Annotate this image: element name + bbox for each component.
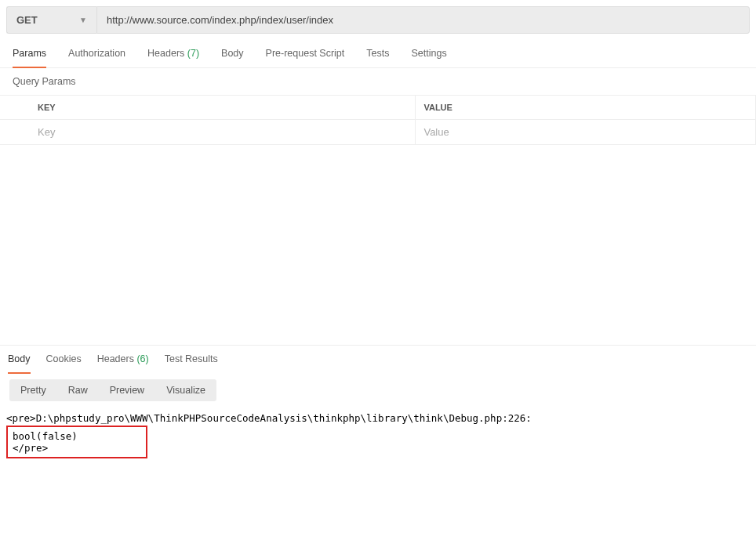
value-cell[interactable]: Value: [416, 120, 756, 145]
response-tab-headers[interactable]: Headers (6): [97, 346, 149, 374]
response-tab-headers-label: Headers: [97, 353, 134, 364]
tab-authorization[interactable]: Authorization: [68, 40, 125, 68]
highlighted-output: bool(false) </pre>: [6, 426, 147, 458]
http-method-label: GET: [16, 14, 38, 26]
query-params-table: KEY VALUE Key Value: [0, 95, 756, 145]
response-line-3: </pre>: [13, 442, 48, 454]
response-line-2: bool(false): [13, 430, 78, 442]
http-method-select[interactable]: GET ▼: [6, 6, 96, 34]
response-headers-count: (6): [136, 353, 148, 364]
response-tab-test-results[interactable]: Test Results: [165, 346, 218, 374]
table-row[interactable]: Key Value: [0, 120, 756, 145]
tab-settings[interactable]: Settings: [411, 40, 446, 68]
view-raw[interactable]: Raw: [57, 379, 99, 401]
url-input[interactable]: [96, 6, 750, 34]
tab-tests[interactable]: Tests: [366, 40, 389, 68]
key-header: KEY: [0, 96, 416, 120]
headers-count: (7): [187, 48, 199, 59]
tab-headers-label: Headers: [147, 48, 184, 59]
tab-headers[interactable]: Headers (7): [147, 40, 199, 68]
view-visualize[interactable]: Visualize: [155, 379, 216, 401]
response-tab-cookies[interactable]: Cookies: [46, 346, 82, 374]
query-params-label: Query Params: [0, 68, 756, 95]
view-pretty[interactable]: Pretty: [9, 379, 57, 401]
tab-params[interactable]: Params: [13, 40, 46, 68]
tab-prerequest[interactable]: Pre-request Script: [266, 40, 345, 68]
key-cell[interactable]: Key: [0, 120, 416, 145]
response-body: <pre>D:\phpstudy_pro\WWW\ThinkPHPSourceC…: [0, 408, 756, 463]
response-tab-body[interactable]: Body: [8, 346, 31, 374]
value-header: VALUE: [416, 96, 756, 120]
view-preview[interactable]: Preview: [99, 379, 155, 401]
tab-body[interactable]: Body: [221, 40, 244, 68]
chevron-down-icon: ▼: [79, 16, 87, 24]
response-line-1: <pre>D:\phpstudy_pro\WWW\ThinkPHPSourceC…: [6, 412, 532, 424]
